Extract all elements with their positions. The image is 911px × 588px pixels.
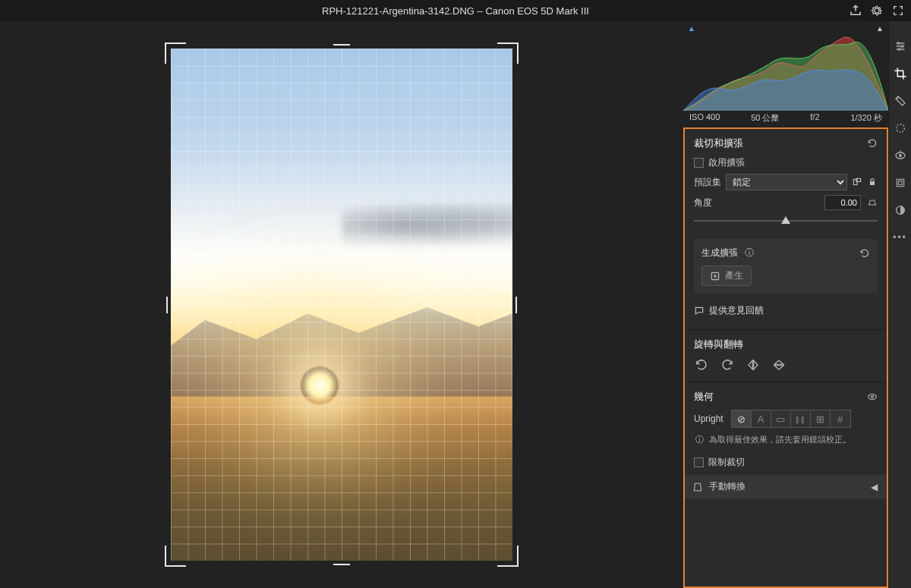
svg-point-11 <box>899 155 901 157</box>
presets-tool-icon[interactable] <box>894 176 907 190</box>
export-icon[interactable] <box>849 4 862 17</box>
feedback-link[interactable]: 提供意見回饋 <box>709 304 764 317</box>
title-bar: RPH-121221-Argentina-3142.DNG – Canon EO… <box>0 0 911 21</box>
geometry-hint: 為取得最佳效果，請先套用鏡頭校正。 <box>709 434 851 445</box>
more-tool-icon[interactable]: ••• <box>894 231 907 244</box>
angle-label: 角度 <box>694 197 721 209</box>
canvas[interactable] <box>0 21 683 588</box>
upright-level[interactable]: ▭ <box>771 410 791 427</box>
healing-tool-icon[interactable] <box>894 94 907 108</box>
feedback-icon <box>694 306 705 316</box>
preset-label: 預設集 <box>694 176 721 189</box>
upright-full[interactable]: ⊞ <box>811 410 831 427</box>
crop-handle-tl[interactable] <box>165 42 186 64</box>
gen-reset-icon[interactable] <box>859 248 870 259</box>
crop-handle-l[interactable] <box>166 297 168 313</box>
redeye-tool-icon[interactable] <box>894 149 907 162</box>
section-rotate: 旋轉與翻轉 <box>685 330 887 382</box>
reset-icon[interactable] <box>867 138 878 149</box>
sliders-tool-icon[interactable] <box>894 39 907 53</box>
upright-auto[interactable]: A <box>752 410 771 427</box>
aspect-preset-select[interactable]: 鎖定 <box>726 174 847 190</box>
flip-vertical-icon[interactable] <box>771 357 786 373</box>
document-title: RPH-121221-Argentina-3142.DNG – Canon EO… <box>322 5 589 17</box>
fullscreen-icon[interactable] <box>891 4 905 17</box>
enable-expand-checkbox[interactable] <box>694 158 704 168</box>
svg-point-9 <box>896 124 904 133</box>
section-geometry-title: 幾何 <box>694 390 714 404</box>
swap-orientation-icon[interactable] <box>852 177 862 187</box>
mask-tool-icon[interactable] <box>894 121 907 135</box>
lock-icon[interactable] <box>867 177 878 187</box>
enable-expand-label: 啟用擴張 <box>708 156 745 169</box>
rotate-ccw-icon[interactable] <box>694 357 709 373</box>
svg-point-3 <box>868 395 877 400</box>
upright-label: Upright <box>694 413 723 424</box>
generative-expand-panel: 生成擴張 ⓘ 產生 <box>694 239 878 294</box>
section-crop: 裁切和擴張 啟用擴張 預設集 鎖定 <box>685 129 887 330</box>
svg-point-7 <box>898 49 900 51</box>
generate-button[interactable]: 產生 <box>701 266 752 286</box>
right-panel: ▲ ▲ ISO 400 50 公釐 f/2 1/320 秒 <box>683 21 888 588</box>
constrain-crop-checkbox[interactable] <box>694 458 704 467</box>
crop-panel-highlight: 裁切和擴張 啟用擴張 預設集 鎖定 <box>683 127 888 588</box>
crop-handle-b[interactable] <box>333 564 350 565</box>
svg-point-5 <box>897 42 900 45</box>
flip-horizontal-icon[interactable] <box>746 357 761 373</box>
crop-handle-r[interactable] <box>515 297 517 313</box>
upright-guided[interactable]: # <box>831 410 850 427</box>
section-geometry: 幾何 Upright ⊘ A ▭ ⫿⫿ ⊞ # <box>685 382 887 498</box>
histogram[interactable]: ▲ ▲ ISO 400 50 公釐 f/2 1/320 秒 <box>683 21 888 127</box>
svg-rect-13 <box>898 181 902 185</box>
generate-label: 產生 <box>725 269 743 282</box>
tool-strip: ••• <box>888 21 911 588</box>
histogram-info: ISO 400 50 公釐 f/2 1/320 秒 <box>683 112 888 124</box>
color-tool-icon[interactable] <box>894 203 907 217</box>
photo-preview <box>171 49 512 561</box>
section-crop-title: 裁切和擴張 <box>694 137 743 150</box>
angle-value[interactable] <box>824 195 861 210</box>
info-icon: ⓘ <box>694 434 705 445</box>
section-rotate-title: 旋轉與翻轉 <box>694 338 743 351</box>
gen-expand-title: 生成擴張 <box>701 247 738 259</box>
angle-slider[interactable] <box>694 215 878 225</box>
svg-point-4 <box>872 396 874 398</box>
generate-icon <box>710 271 720 281</box>
upright-vertical[interactable]: ⫿⫿ <box>791 410 811 427</box>
svg-point-8 <box>897 97 897 98</box>
crop-handle-br[interactable] <box>497 546 519 567</box>
exif-focal: 50 公釐 <box>751 112 779 124</box>
visibility-icon[interactable] <box>867 391 878 402</box>
crop-handle-t[interactable] <box>333 44 350 46</box>
constrain-crop-label: 限制裁切 <box>708 456 745 469</box>
crop-tool-icon[interactable] <box>894 67 907 80</box>
crop-handle-tr[interactable] <box>497 42 519 64</box>
rotate-cw-icon[interactable] <box>720 357 735 373</box>
svg-point-6 <box>901 46 903 48</box>
straighten-icon[interactable] <box>867 197 878 208</box>
manual-transform-row[interactable]: 手動轉換 ◀ <box>685 475 887 498</box>
crop-handle-bl[interactable] <box>165 546 186 567</box>
crop-frame[interactable] <box>171 49 512 561</box>
upright-off[interactable]: ⊘ <box>732 410 752 427</box>
exif-shutter: 1/320 秒 <box>850 112 882 124</box>
svg-rect-12 <box>897 179 903 186</box>
title-actions <box>849 4 905 17</box>
exif-iso: ISO 400 <box>689 112 720 124</box>
upright-segmented: ⊘ A ▭ ⫿⫿ ⊞ # <box>731 410 851 428</box>
chevron-left-icon: ◀ <box>868 482 879 492</box>
manual-transform-label: 手動轉換 <box>709 480 746 493</box>
exif-aperture: f/2 <box>810 112 819 124</box>
info-icon[interactable]: ⓘ <box>744 248 755 259</box>
transform-icon <box>692 482 703 492</box>
gear-icon[interactable] <box>870 4 884 17</box>
